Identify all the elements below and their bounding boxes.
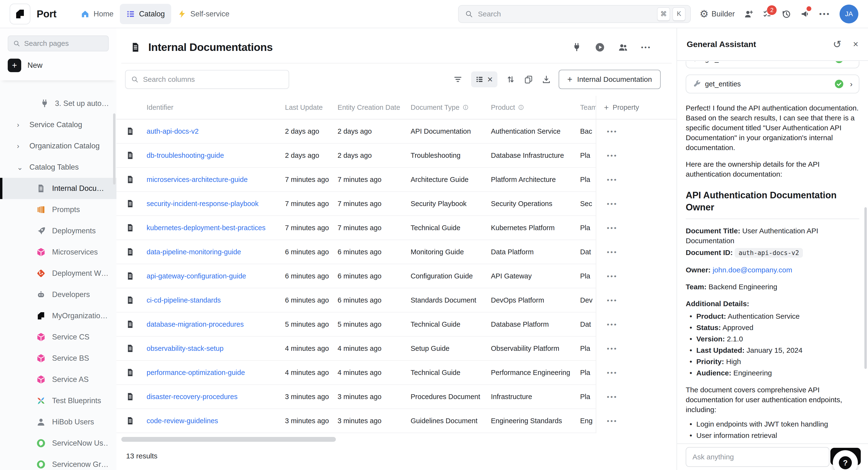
more-menu-button[interactable]: ••• [819,10,830,18]
table-row[interactable]: security-incident-response-playbook 7 mi… [117,192,677,216]
sidebar-item-deployments[interactable]: Deployments [0,220,117,241]
table-row[interactable]: code-review-guidelines 3 minutes ago 3 m… [117,409,677,433]
more-icon[interactable]: ••• [641,44,651,51]
column-header-identifier[interactable]: Identifier [147,104,285,112]
row-menu-button[interactable]: ••• [607,224,618,232]
row-menu-button[interactable]: ••• [607,176,618,184]
row-menu-button[interactable]: ••• [607,200,618,208]
entity-identifier-link[interactable]: code-review-guidelines [147,417,218,424]
tab-home[interactable]: Home [74,4,120,24]
sidebar-section-service-catalog[interactable]: ›Service Catalog [0,114,117,135]
global-search[interactable]: ⌘ K [458,5,691,23]
copy-icon[interactable] [524,75,533,84]
reset-conversation-icon[interactable]: ↺ [833,38,841,50]
plug-icon[interactable] [572,42,582,52]
table-row[interactable]: ci-cd-pipeline-standards 6 minutes ago 6… [117,288,677,313]
row-menu-button[interactable]: ••• [607,369,618,377]
entity-identifier-link[interactable]: performance-optimization-guide [147,369,245,376]
close-icon[interactable]: × [853,39,858,50]
sidebar-item-internal-documentations[interactable]: Internal Docu… [0,178,117,199]
sidebar-item-service-bs[interactable]: Service BS [0,348,117,369]
entity-identifier-link[interactable]: data-pipeline-monitoring-guide [147,248,241,256]
avatar[interactable]: JA [840,5,858,23]
column-header-document-type[interactable]: Document Type [411,104,491,112]
table-row[interactable]: microservices-architecture-guide 7 minut… [117,168,677,192]
announcements-button[interactable] [800,9,810,19]
tool-call-card[interactable]: get_entities › [686,75,859,93]
entity-identifier-link[interactable]: security-incident-response-playbook [147,200,258,207]
sidebar-section-organization-catalog[interactable]: ›Organization Catalog [0,135,117,156]
row-menu-button[interactable]: ••• [607,321,618,328]
search-columns[interactable] [125,70,289,89]
table-row[interactable]: observability-stack-setup 4 minutes ago … [117,336,677,361]
new-button[interactable]: + New [8,59,109,72]
entity-identifier-link[interactable]: api-gateway-configuration-guide [147,272,246,280]
tasks-button[interactable]: 2 [763,9,772,19]
download-icon[interactable] [542,75,551,84]
sidebar-search[interactable] [8,35,109,51]
filter-icon[interactable] [453,75,462,84]
sidebar-item-setup-auto[interactable]: 3. Set up auto… [0,93,117,114]
play-icon[interactable] [595,42,605,52]
sidebar-section-catalog-tables[interactable]: ⌄Catalog Tables [0,156,117,178]
entity-identifier-link[interactable]: ci-cd-pipeline-standards [147,296,221,304]
invite-user-button[interactable] [744,9,753,19]
builder-button[interactable]: ⚙Builder [700,9,735,19]
table-row[interactable]: db-troubleshooting-guide 2 days ago 2 da… [117,144,677,168]
row-menu-button[interactable]: ••• [607,296,618,304]
sidebar-item-developers[interactable]: Developers [0,284,117,305]
table-row[interactable]: disaster-recovery-procedures 3 minutes a… [117,385,677,409]
column-header-last-update[interactable]: Last Update [285,104,338,112]
row-menu-button[interactable]: ••• [607,272,618,280]
sidebar-item-my-organization[interactable]: MyOrganizatio… [0,305,117,326]
port-logo[interactable] [10,4,30,24]
table-horizontal-scrollbar[interactable] [121,437,336,442]
sidebar-item-microservices[interactable]: Microservices [0,241,117,263]
people-icon[interactable] [618,42,628,52]
table-row[interactable]: performance-optimization-guide 4 minutes… [117,361,677,385]
clear-group-icon[interactable]: ✕ [487,75,493,84]
tab-self-service[interactable]: Self-service [171,4,236,24]
sidebar-item-service-as[interactable]: Service AS [0,369,117,390]
row-menu-button[interactable]: ••• [607,152,618,159]
add-internal-documentation-button[interactable]: + Internal Documentation [559,70,661,89]
table-row[interactable]: auth-api-docs-v2 2 days ago 2 days ago A… [117,119,677,144]
entity-identifier-link[interactable]: microservices-architecture-guide [147,176,248,183]
row-menu-button[interactable]: ••• [607,248,618,256]
sidebar-item-service-cs[interactable]: Service CS [0,326,117,348]
entity-identifier-link[interactable]: kubernetes-deployment-best-practices [147,224,266,232]
owner-email-link[interactable]: john.doe@company.com [713,266,792,274]
global-search-input[interactable] [478,10,655,18]
sidebar-item-servicenow-groups[interactable]: Servicenow Gr… [0,454,117,470]
column-header-product[interactable]: Product [491,104,580,112]
sort-icon[interactable] [506,75,515,84]
column-header-entity-creation-date[interactable]: Entity Creation Date [338,104,411,112]
table-row[interactable]: api-gateway-configuration-guide 6 minute… [117,264,677,288]
table-row[interactable]: data-pipeline-monitoring-guide 6 minutes… [117,240,677,264]
entity-identifier-link[interactable]: observability-stack-setup [147,345,223,352]
sidebar-item-hibob-users[interactable]: HiBob Users [0,411,117,433]
history-button[interactable] [781,9,791,19]
sidebar-search-input[interactable] [24,39,117,48]
add-property-button[interactable]: + Property [596,96,677,119]
sidebar-item-prompts[interactable]: Prompts [0,199,117,220]
sidebar-scrollbar[interactable] [113,113,116,184]
row-menu-button[interactable]: ••• [607,393,618,401]
row-menu-button[interactable]: ••• [607,345,618,353]
row-menu-button[interactable]: ••• [607,417,618,425]
sidebar-item-servicenow-users[interactable]: ServiceNow Us… [0,433,117,454]
tool-call-card[interactable]: get_entities › [686,61,859,68]
entity-identifier-link[interactable]: disaster-recovery-procedures [147,393,238,401]
row-menu-button[interactable]: ••• [607,128,618,135]
entity-identifier-link[interactable]: database-migration-procedures [147,320,244,328]
assistant-scrollbar[interactable] [864,207,867,369]
search-columns-input[interactable] [143,75,283,84]
table-row[interactable]: database-migration-procedures 5 minutes … [117,313,677,336]
group-by-control[interactable]: ✕ [471,71,497,87]
entity-identifier-link[interactable]: db-troubleshooting-guide [147,151,224,159]
table-row[interactable]: kubernetes-deployment-best-practices 7 m… [117,216,677,240]
sidebar-item-deployment-workflows[interactable]: Deployment W… [0,263,117,284]
tab-catalog[interactable]: Catalog [120,4,171,24]
sidebar-item-test-blueprints[interactable]: Test Blueprints [0,390,117,411]
ask-input[interactable] [686,447,830,467]
